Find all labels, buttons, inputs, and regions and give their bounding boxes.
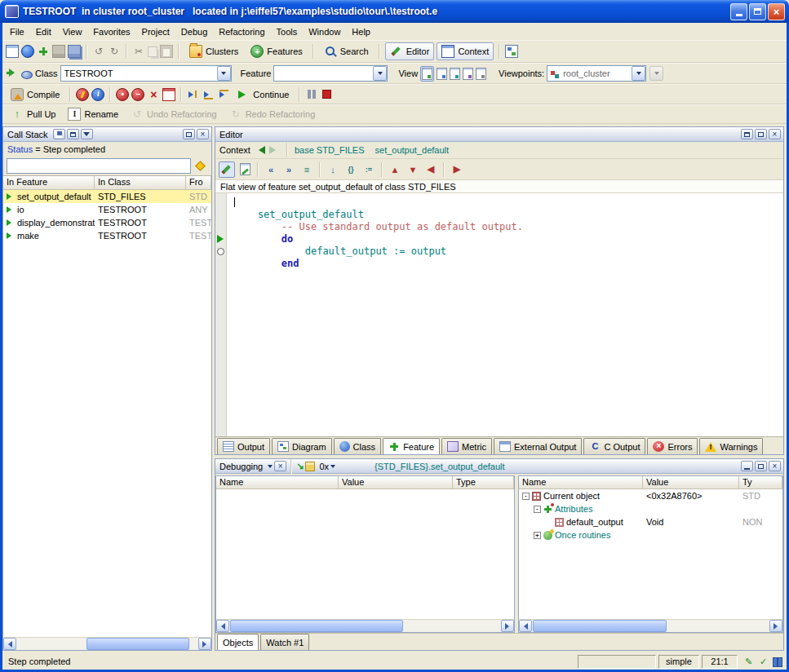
undo-icon[interactable]: ↺ bbox=[92, 45, 105, 58]
callees-button[interactable]: ▶ bbox=[449, 161, 465, 178]
save-icon[interactable] bbox=[52, 45, 65, 58]
maximize-panel-icon[interactable] bbox=[755, 461, 767, 471]
menu-item-help[interactable]: Help bbox=[346, 24, 376, 39]
menu-item-view[interactable]: View bbox=[57, 24, 88, 39]
column-name[interactable]: Name bbox=[216, 476, 339, 489]
disable-breakpoints-icon[interactable] bbox=[131, 88, 144, 101]
menu-item-refactoring[interactable]: Refactoring bbox=[213, 24, 270, 39]
feature-combobox[interactable] bbox=[273, 65, 388, 82]
scrollbar-track[interactable] bbox=[229, 620, 501, 632]
exception-trace-icon[interactable] bbox=[76, 88, 89, 101]
call-stack-row[interactable]: ioTESTROOTANY bbox=[3, 203, 211, 216]
copy-icon[interactable] bbox=[148, 46, 157, 57]
tab-external-output[interactable]: External Output bbox=[494, 438, 582, 454]
scroll-left-button[interactable] bbox=[216, 620, 229, 632]
tab-metric[interactable]: Metric bbox=[441, 438, 492, 454]
exception-note-icon[interactable] bbox=[305, 462, 315, 471]
scrollbar-thumb[interactable] bbox=[230, 620, 403, 632]
tab-objects[interactable]: Objects bbox=[217, 634, 259, 650]
pause-icon[interactable] bbox=[305, 88, 318, 101]
save-all-icon[interactable] bbox=[68, 45, 81, 58]
previous-feature-button[interactable]: « bbox=[263, 161, 279, 178]
scroll-left-button[interactable] bbox=[519, 620, 532, 632]
breadcrumb-feature[interactable]: set_output_default bbox=[375, 145, 450, 155]
step-into-icon[interactable] bbox=[187, 88, 200, 101]
paste-icon[interactable] bbox=[160, 45, 173, 58]
redo-refactoring-button[interactable]: ↻ Redo Refactoring bbox=[224, 105, 321, 123]
toggle-assigner-button[interactable]: := bbox=[361, 161, 377, 178]
edit-feature-button[interactable] bbox=[219, 161, 235, 178]
cut-icon[interactable]: ✂ bbox=[132, 45, 145, 58]
scroll-right-button[interactable] bbox=[769, 620, 782, 632]
scrollbar-track[interactable] bbox=[16, 638, 198, 650]
menu-item-favorites[interactable]: Favorites bbox=[87, 24, 135, 39]
object-tree-row[interactable]: +Once routines bbox=[519, 528, 782, 542]
step-out-icon[interactable] bbox=[218, 88, 231, 101]
menu-item-project[interactable]: Project bbox=[136, 24, 175, 39]
undo-refactoring-button[interactable]: ↺ Undo Refactoring bbox=[126, 105, 222, 123]
toggle-alias-button[interactable]: {} bbox=[343, 161, 359, 178]
minimize-button[interactable] bbox=[730, 3, 747, 20]
diagram-tool-icon[interactable] bbox=[505, 45, 518, 58]
class-combo-dropdown[interactable] bbox=[217, 66, 231, 81]
history-forward-icon[interactable] bbox=[269, 146, 280, 154]
column-type[interactable]: Ty bbox=[739, 476, 782, 489]
descendants-button[interactable]: ▼ bbox=[405, 161, 421, 178]
continue-button[interactable]: Continue bbox=[233, 87, 294, 102]
menu-item-edit[interactable]: Edit bbox=[30, 24, 57, 39]
tab-diagram[interactable]: Diagram bbox=[272, 438, 332, 454]
editor-header[interactable]: Editor × bbox=[215, 127, 783, 142]
stop-icon[interactable] bbox=[322, 90, 331, 99]
breakpoints-tool-icon[interactable] bbox=[162, 88, 175, 101]
viewpoints-combobox[interactable]: root_cluster bbox=[547, 65, 646, 82]
tree-expander[interactable]: - bbox=[522, 493, 530, 500]
close-panel-icon[interactable]: × bbox=[769, 129, 781, 139]
open-icon[interactable] bbox=[21, 45, 34, 58]
scrollbar-thumb[interactable] bbox=[86, 638, 189, 650]
call-stack-header[interactable]: Call Stack × bbox=[3, 127, 211, 142]
column-in-feature[interactable]: In Feature bbox=[3, 176, 95, 189]
go-to-feature-button[interactable]: ↓ bbox=[325, 161, 341, 178]
editor-toggle-button[interactable]: Editor bbox=[385, 42, 435, 60]
next-feature-button[interactable]: » bbox=[281, 161, 297, 178]
tab-class[interactable]: Class bbox=[334, 438, 382, 454]
maximize-panel-icon[interactable] bbox=[755, 129, 767, 139]
object-tree-row[interactable]: -Attributes bbox=[519, 502, 782, 515]
column-value[interactable]: Value bbox=[643, 476, 739, 489]
maximize-panel-icon[interactable] bbox=[183, 129, 195, 139]
external-editor-button[interactable] bbox=[237, 161, 253, 178]
feature-history-button[interactable]: ≡ bbox=[299, 161, 315, 178]
view-clickable-icon[interactable] bbox=[437, 68, 447, 80]
menu-item-window[interactable]: Window bbox=[303, 24, 346, 39]
debugging-header[interactable]: Debugging × ↘ 0x {STD_FILES}.set_output_… bbox=[215, 459, 783, 474]
sync-arrow-icon[interactable]: ↘ bbox=[296, 461, 304, 471]
ancestors-button[interactable]: ▲ bbox=[387, 161, 403, 178]
objects-hscrollbar[interactable] bbox=[519, 619, 782, 632]
class-combobox[interactable]: TESTROOT bbox=[60, 65, 232, 82]
rename-button[interactable]: Rename bbox=[63, 105, 123, 123]
call-stack-row[interactable]: display_demonstrat...TESTROOTTEST bbox=[3, 216, 211, 229]
tab-watch-1[interactable]: Watch #1 bbox=[260, 634, 309, 650]
scrollbar-thumb[interactable] bbox=[533, 620, 667, 632]
debug-object-rows[interactable]: -Current object<0x32A8760>STD-Attributes… bbox=[519, 489, 782, 619]
pull-up-button[interactable]: Pull Up bbox=[6, 105, 60, 123]
features-button[interactable]: Features bbox=[246, 42, 307, 60]
breadcrumb-class[interactable]: base STD_FILES bbox=[295, 145, 365, 155]
call-stack-hscrollbar[interactable] bbox=[3, 637, 211, 650]
context-toggle-button[interactable]: Context bbox=[437, 42, 494, 60]
minimize-panel-icon[interactable] bbox=[741, 461, 753, 471]
tree-expander[interactable]: - bbox=[534, 506, 541, 513]
dock-panel-icon[interactable] bbox=[81, 129, 93, 139]
view-editable-button[interactable] bbox=[420, 66, 434, 82]
call-stack-row[interactable]: set_output_defaultSTD_FILESSTD bbox=[3, 190, 211, 203]
new-class-icon[interactable] bbox=[37, 45, 50, 58]
exception-object-icon[interactable] bbox=[193, 158, 208, 174]
column-in-class[interactable]: In Class bbox=[95, 176, 186, 189]
scrollbar-track[interactable] bbox=[532, 620, 769, 632]
watch-hscrollbar[interactable] bbox=[216, 619, 514, 632]
menu-item-debug[interactable]: Debug bbox=[175, 24, 213, 39]
watch-rows[interactable] bbox=[216, 489, 514, 619]
info-icon[interactable] bbox=[91, 88, 104, 101]
feature-combo-dropdown[interactable] bbox=[373, 66, 387, 81]
step-over-icon[interactable] bbox=[202, 88, 215, 101]
